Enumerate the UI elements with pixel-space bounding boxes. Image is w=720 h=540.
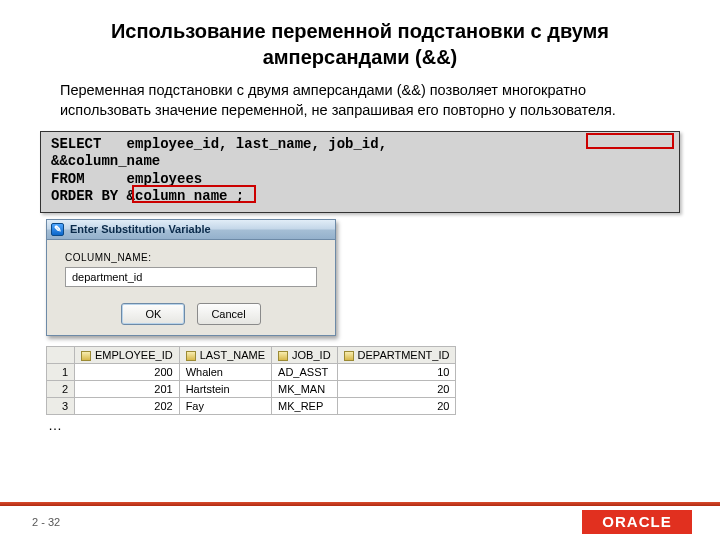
table-row: 1 200 Whalen AD_ASST 10 [47,363,456,380]
oracle-logo: ORACLE [582,510,692,534]
col-label: EMPLOYEE_ID [95,349,173,361]
cell: Hartstein [179,380,271,397]
cancel-button[interactable]: Cancel [197,303,261,325]
cell: Fay [179,397,271,414]
code-example: SELECT employee_id, last_name, job_id, &… [40,131,680,213]
cell: 20 [337,397,456,414]
substitution-dialog: ✎ Enter Substitution Variable COLUMN_NAM… [46,219,336,336]
grid-header-row: EMPLOYEE_ID LAST_NAME JOB_ID DEPARTMENT_… [47,346,456,363]
dialog-icon: ✎ [51,223,64,236]
col-job-id[interactable]: JOB_ID [272,346,338,363]
ok-button[interactable]: OK [121,303,185,325]
row-number: 3 [47,397,75,414]
cell: 10 [337,363,456,380]
ellipsis: … [48,417,680,433]
column-icon [81,351,91,361]
table-row: 3 202 Fay MK_REP 20 [47,397,456,414]
cell: MK_REP [272,397,338,414]
highlight-box-bottom [132,185,256,203]
result-grid: EMPLOYEE_ID LAST_NAME JOB_ID DEPARTMENT_… [46,346,456,415]
col-label: DEPARTMENT_ID [358,349,450,361]
cell: AD_ASST [272,363,338,380]
cell: MK_MAN [272,380,338,397]
row-number: 2 [47,380,75,397]
column-icon [278,351,288,361]
col-last-name[interactable]: LAST_NAME [179,346,271,363]
cell: 201 [75,380,180,397]
row-number: 1 [47,363,75,380]
column-name-input[interactable] [65,267,317,287]
cell: 200 [75,363,180,380]
cell: 202 [75,397,180,414]
col-label: JOB_ID [292,349,331,361]
cell: 20 [337,380,456,397]
footer-divider [0,502,720,506]
dialog-titlebar: ✎ Enter Substitution Variable [47,220,335,240]
slide-body-text: Переменная подстановки с двумя амперсанд… [60,80,680,121]
slide-title: Использование переменной подстановки с д… [40,18,680,70]
column-icon [344,351,354,361]
dialog-field-label: COLUMN_NAME: [65,252,317,263]
highlight-box-right [586,133,674,149]
table-row: 2 201 Hartstein MK_MAN 20 [47,380,456,397]
column-icon [186,351,196,361]
col-employee-id[interactable]: EMPLOYEE_ID [75,346,180,363]
cell: Whalen [179,363,271,380]
dialog-title: Enter Substitution Variable [70,223,211,235]
col-department-id[interactable]: DEPARTMENT_ID [337,346,456,363]
grid-corner [47,346,75,363]
page-number: 2 - 32 [32,516,60,528]
col-label: LAST_NAME [200,349,265,361]
